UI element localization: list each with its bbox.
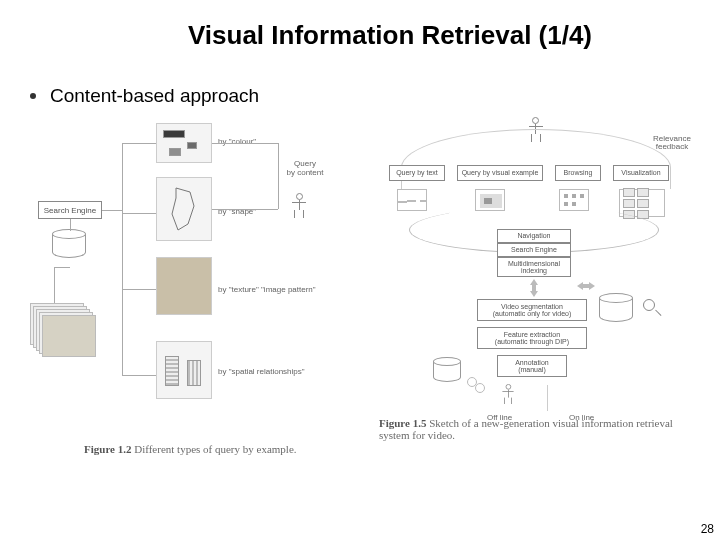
spatial-example-box <box>156 341 212 399</box>
shape-example-box <box>156 177 212 241</box>
slide-title: Visual Information Retrieval (1/4) <box>84 20 696 51</box>
relevance-feedback-label: Relevance feedback <box>647 135 697 152</box>
database-cylinder-icon <box>52 229 86 259</box>
figure-right-caption-bold: Figure 1.5 <box>379 417 426 429</box>
bullet-dot-icon <box>30 93 36 99</box>
by-texture-label: by "texture" "image pattern" <box>218 285 348 294</box>
divider-line <box>547 385 548 411</box>
film-reel-icon <box>467 377 487 397</box>
connector-line <box>102 210 122 211</box>
texture-example-box <box>156 257 212 315</box>
bullet-text: Content-based approach <box>50 85 259 107</box>
slide: Visual Information Retrieval (1/4) Conte… <box>0 0 720 540</box>
figure-left: Search Engine <box>24 117 361 457</box>
video-segmentation-box: Video segmentation (automatic only for v… <box>477 299 587 321</box>
feature-extraction-box: Feature extraction (automatic through DI… <box>477 327 587 349</box>
search-engine-label: Search Engine <box>511 246 557 253</box>
double-arrow-icon <box>577 279 595 293</box>
figure-right: Relevance feedback Query by text Query b… <box>369 117 696 457</box>
bullet-item: Content-based approach <box>30 85 696 107</box>
text-sketch-icon <box>397 189 427 211</box>
database-cylinder-icon <box>599 293 633 323</box>
figure-right-caption: Figure 1.5 Sketch of a new-generation vi… <box>379 417 696 441</box>
query-by-text-box: Query by text <box>389 165 445 181</box>
visualization-box: Visualization <box>613 165 669 181</box>
browsing-label: Browsing <box>564 169 593 176</box>
colour-swatch-icon <box>169 148 181 156</box>
page-number: 28 <box>701 522 714 536</box>
annotation-box: Annotation (manual) <box>497 355 567 377</box>
spatial-block-icon <box>165 356 179 386</box>
by-colour-label: by "colour" <box>218 137 256 146</box>
search-engine-box: Search Engine <box>38 201 102 219</box>
figures-row: Search Engine <box>24 117 696 457</box>
figure-left-caption: Figure 1.2 Different types of query by e… <box>84 443 297 455</box>
shape-outline-icon <box>164 184 204 234</box>
connector-line <box>278 143 279 209</box>
connector-line <box>70 219 71 231</box>
search-engine-label: Search Engine <box>44 206 96 215</box>
person-icon <box>290 193 308 223</box>
feature-extraction-label: Feature extraction (automatic through DI… <box>495 331 569 346</box>
query-by-visual-box: Query by visual example <box>457 165 543 181</box>
double-arrow-icon <box>527 279 541 297</box>
navigation-label: Navigation <box>517 232 550 239</box>
connector-line <box>122 289 156 290</box>
connector-line <box>122 375 156 376</box>
database-cylinder-icon <box>433 357 461 383</box>
by-spatial-label: by "spatial relationships" <box>218 367 348 376</box>
figure-left-caption-bold: Figure 1.2 <box>84 443 131 455</box>
query-by-text-label: Query by text <box>396 169 438 176</box>
connector-line <box>212 143 278 144</box>
browsing-box: Browsing <box>555 165 601 181</box>
person-icon <box>501 384 515 408</box>
connector-line <box>212 209 278 210</box>
indexing-label: Multidimensional indexing <box>508 260 560 275</box>
search-engine-box: Search Engine <box>497 243 571 257</box>
visualization-sketch-icon <box>619 189 665 217</box>
connector-line <box>54 267 55 303</box>
query-by-content-label: Query by content <box>280 159 330 177</box>
navigation-box: Navigation <box>497 229 571 243</box>
figure-left-caption-rest: Different types of query by example. <box>131 443 296 455</box>
colour-example-box <box>156 123 212 163</box>
colour-swatch-icon <box>163 130 185 138</box>
video-segmentation-label: Video segmentation (automatic only for v… <box>493 303 572 318</box>
annotation-label: Annotation (manual) <box>515 359 548 374</box>
colour-swatch-icon <box>187 142 197 149</box>
spatial-block-icon <box>187 360 201 386</box>
visualization-label: Visualization <box>621 169 660 176</box>
connector-line <box>54 267 70 268</box>
query-by-visual-label: Query by visual example <box>462 169 539 176</box>
connector-line <box>122 213 156 214</box>
indexing-box: Multidimensional indexing <box>497 257 571 277</box>
connector-line <box>122 143 123 375</box>
magnifier-icon <box>643 299 661 317</box>
connector-line <box>122 143 156 144</box>
